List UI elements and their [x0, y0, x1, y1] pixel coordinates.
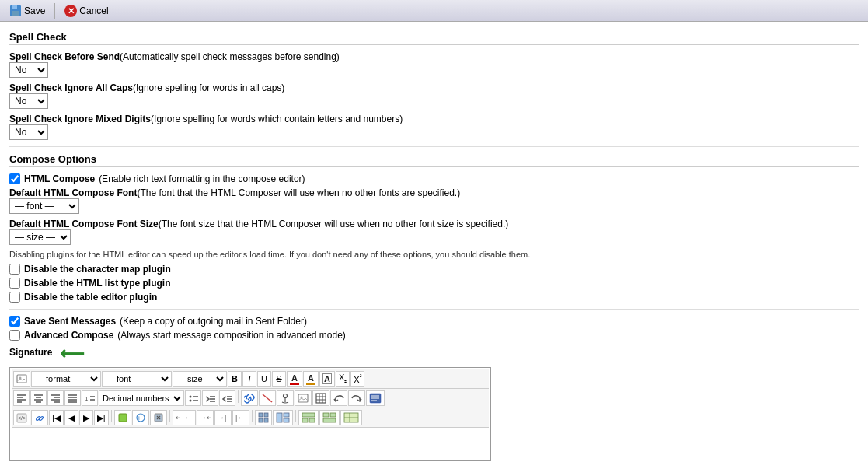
svg-point-24	[190, 395, 192, 397]
disable-htmllist-row: Disable the HTML list type plugin	[9, 278, 859, 289]
spell-check-ignore-caps-row: Spell Check Ignore All Caps(Ignore spell…	[9, 82, 859, 109]
svg-rect-2	[12, 11, 19, 16]
font-color2-btn[interactable]: A	[319, 371, 335, 387]
merge1-btn[interactable]	[298, 410, 319, 425]
align-left-btn[interactable]	[13, 390, 30, 406]
tb-separator2	[111, 410, 112, 422]
superscript-btn[interactable]: X²	[350, 371, 364, 387]
svg-text:|←: |←	[235, 414, 244, 422]
insert-image-btn[interactable]	[295, 390, 312, 406]
grid1-btn[interactable]	[255, 410, 272, 425]
unordered-list-btn[interactable]	[185, 390, 201, 406]
redo-btn[interactable]	[348, 390, 365, 406]
grid2-btn[interactable]	[273, 410, 293, 425]
ignore-mixed-select[interactable]: No Yes	[9, 124, 48, 140]
align-right-btn[interactable]	[47, 390, 64, 406]
block-editor-btn[interactable]	[366, 390, 385, 406]
svg-text:1.: 1.	[85, 395, 90, 402]
last-btn[interactable]: ▶|	[94, 410, 109, 425]
tool2-btn[interactable]: i	[132, 410, 149, 425]
ordered-list-btn[interactable]: 1.	[82, 390, 98, 406]
svg-point-26	[190, 399, 192, 401]
indent-btn[interactable]	[202, 390, 218, 406]
svg-rect-1	[12, 5, 17, 9]
size-select-sig[interactable]: — size —	[173, 371, 227, 387]
signature-editor-area[interactable]	[12, 428, 489, 459]
sig-toolbar-row2: 1. Decimal numbers	[12, 389, 489, 408]
source-btn[interactable]: </>	[13, 410, 30, 425]
block-editor-icon	[369, 393, 382, 404]
next-btn[interactable]: ▶	[79, 410, 93, 425]
sig-toolbar-row1: — format — — font — — size — B I U S A	[12, 369, 489, 389]
font-color-btn[interactable]: A	[287, 371, 302, 387]
svg-text:i: i	[138, 415, 140, 422]
list-type-select[interactable]: Decimal numbers	[99, 390, 184, 406]
disable-table-checkbox[interactable]	[9, 292, 20, 303]
subscript-btn[interactable]: X₂	[336, 371, 350, 387]
undo-btn[interactable]	[330, 390, 347, 406]
highlight-btn[interactable]: A	[303, 371, 319, 387]
format-select[interactable]: — format —	[31, 371, 101, 387]
advanced-compose-checkbox[interactable]	[9, 330, 20, 341]
font-label: Default HTML Compose Font	[9, 187, 137, 198]
special1-btn[interactable]: ↵→	[173, 410, 196, 425]
spell-check-ignore-mixed-row: Spell Check Ignore Mixed Digits(Ignore s…	[9, 114, 859, 140]
unlink-btn[interactable]	[259, 390, 276, 406]
main-content: Spell Check Spell Check Before Send(Auto…	[0, 22, 868, 462]
strikethrough-btn[interactable]: S	[272, 371, 286, 387]
merge3-btn[interactable]	[340, 410, 362, 425]
underline-btn[interactable]: U	[257, 371, 271, 387]
insert-link-btn[interactable]	[241, 390, 258, 406]
svg-rect-38	[298, 394, 308, 402]
font-size-desc: (The font size that the HTML Composer wi…	[159, 219, 508, 229]
before-send-select[interactable]: No Yes	[9, 62, 48, 78]
ignore-mixed-desc: (Ignore spelling for words which contain…	[151, 114, 403, 124]
prev-btn[interactable]: ◀	[64, 410, 78, 425]
disable-charmap-checkbox[interactable]	[9, 264, 20, 275]
font-select-sig[interactable]: — font —	[102, 371, 172, 387]
save-sent-checkbox[interactable]	[9, 316, 20, 327]
outdent-btn[interactable]	[219, 390, 235, 406]
align-justify-btn[interactable]	[64, 390, 81, 406]
ignore-caps-desc: (Ignore spelling for words in all caps)	[133, 82, 284, 93]
merge2-btn[interactable]	[319, 410, 340, 425]
tool1-btn[interactable]	[114, 410, 131, 425]
sig-image-btn[interactable]	[13, 371, 30, 387]
align-justify-icon	[68, 394, 78, 403]
disable-htmllist-label: Disable the HTML list type plugin	[24, 278, 170, 289]
cancel-button[interactable]: ✕ Cancel	[60, 3, 113, 19]
bold-btn[interactable]: B	[228, 371, 242, 387]
chain-icon	[34, 413, 45, 423]
special3-btn[interactable]: →|	[214, 410, 232, 425]
font-select[interactable]: — font —	[9, 198, 79, 214]
advanced-compose-label: Advanced Compose	[24, 330, 113, 341]
special4-btn[interactable]: |←	[232, 410, 249, 425]
svg-text:→↵: →↵	[200, 414, 211, 422]
tool3-icon	[153, 412, 164, 423]
special2-btn[interactable]: →↵	[197, 410, 214, 425]
anchor-btn[interactable]	[277, 390, 294, 406]
insert-table-btn[interactable]	[312, 390, 329, 406]
compose-options-section-title: Compose Options	[9, 153, 859, 167]
disable-htmllist-checkbox[interactable]	[9, 278, 20, 289]
font-size-select[interactable]: — size —	[9, 229, 71, 245]
ignore-caps-select[interactable]: No Yes	[9, 93, 48, 109]
svg-line-35	[263, 394, 272, 402]
svg-rect-74	[330, 413, 336, 417]
link2-btn[interactable]	[31, 410, 48, 425]
tool3-btn[interactable]	[150, 410, 167, 425]
save-button[interactable]: Save	[5, 3, 50, 19]
undo-icon	[333, 394, 344, 404]
html-compose-checkbox[interactable]	[9, 173, 20, 184]
align-center-btn[interactable]	[30, 390, 47, 406]
save-label: Save	[24, 5, 45, 16]
font-desc: (The font that the HTML Composer will us…	[137, 187, 460, 198]
plugin-note: Disabling plugins for the HTML editor ca…	[9, 250, 859, 259]
spell-check-section-title: Spell Check	[9, 31, 859, 45]
svg-rect-53	[119, 414, 127, 422]
special4-icon: |←	[235, 412, 246, 423]
italic-btn[interactable]: I	[242, 371, 256, 387]
highlight-bar	[306, 383, 315, 385]
first-btn[interactable]: |◀	[49, 410, 64, 425]
svg-text:→|: →|	[218, 414, 226, 422]
